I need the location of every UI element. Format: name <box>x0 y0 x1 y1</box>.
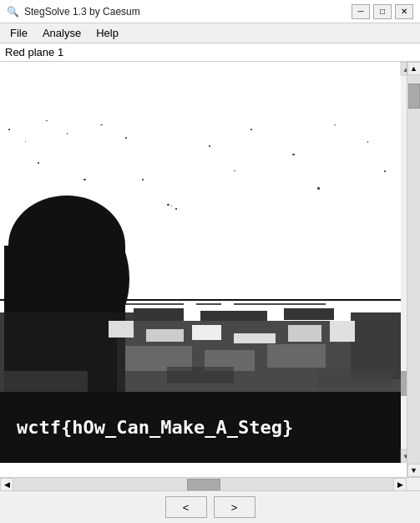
scroll-left-arrow[interactable]: ◀ <box>0 478 13 491</box>
hscroll-thumb[interactable] <box>187 479 220 490</box>
scroll-track[interactable] <box>407 75 420 464</box>
svg-rect-46 <box>4 371 88 392</box>
svg-rect-15 <box>384 170 386 172</box>
svg-rect-7 <box>167 204 170 206</box>
svg-rect-2 <box>25 141 26 142</box>
plane-status: Red plane 1 <box>0 43 420 62</box>
svg-rect-1 <box>8 129 10 130</box>
svg-point-25 <box>25 204 58 229</box>
menu-analyse[interactable]: Analyse <box>36 25 88 41</box>
maximize-button[interactable]: □ <box>373 4 392 19</box>
hidden-text: wctf{hOw_Can_Make_A_Steg} <box>17 417 293 438</box>
svg-rect-9 <box>171 206 172 206</box>
svg-rect-49 <box>401 62 407 463</box>
svg-rect-48 <box>317 369 392 388</box>
svg-rect-12 <box>292 154 295 155</box>
svg-rect-8 <box>175 208 177 210</box>
svg-rect-17 <box>209 145 210 147</box>
svg-rect-19 <box>83 179 86 180</box>
svg-rect-39 <box>234 333 276 343</box>
menu-help[interactable]: Help <box>89 25 125 41</box>
steg-image: wctf{hOw_Can_Make_A_Steg} ▲ ▼ <box>0 62 407 463</box>
svg-rect-34 <box>284 308 334 320</box>
scroll-thumb[interactable] <box>408 84 420 109</box>
svg-rect-4 <box>67 133 68 135</box>
svg-rect-52 <box>401 371 407 396</box>
prev-button[interactable]: < <box>165 496 207 518</box>
svg-text:▲: ▲ <box>402 66 407 74</box>
scroll-right-arrow[interactable]: ▶ <box>393 478 407 491</box>
title-text: 🔍 StegSolve 1.3 by Caesum <box>7 6 140 18</box>
app-icon: 🔍 <box>7 6 19 18</box>
svg-rect-41 <box>330 321 355 342</box>
canvas-container: wctf{hOw_Can_Make_A_Steg} ▲ ▼ <box>0 62 407 477</box>
svg-rect-13 <box>334 124 336 125</box>
svg-rect-40 <box>288 325 321 342</box>
bottom-area: ◀ ▶ < > <box>0 477 420 523</box>
menu-bar: File Analyse Help <box>0 23 420 43</box>
minimize-button[interactable]: ─ <box>352 4 370 19</box>
next-button[interactable]: > <box>214 496 256 518</box>
window-controls: ─ □ ✕ <box>352 4 413 19</box>
svg-rect-16 <box>317 187 320 190</box>
svg-rect-11 <box>250 129 252 130</box>
plane-label: Red plane 1 <box>5 46 63 58</box>
menu-file[interactable]: File <box>3 25 34 41</box>
hscroll-track[interactable] <box>13 478 393 490</box>
svg-rect-18 <box>234 170 235 171</box>
svg-rect-44 <box>267 344 326 368</box>
svg-rect-3 <box>46 120 48 121</box>
svg-rect-32 <box>134 308 184 321</box>
svg-rect-37 <box>146 329 184 342</box>
svg-rect-33 <box>200 311 267 321</box>
svg-text:▼: ▼ <box>402 453 407 460</box>
title-bar: 🔍 StegSolve 1.3 by Caesum ─ □ ✕ <box>0 0 420 23</box>
scroll-up-arrow[interactable]: ▲ <box>407 62 421 75</box>
app-title: StegSolve 1.3 by Caesum <box>24 6 140 18</box>
hscroll-corner <box>407 478 420 491</box>
main-area: wctf{hOw_Can_Make_A_Steg} ▲ ▼ ▲ ▼ <box>0 62 420 477</box>
close-button[interactable]: ✕ <box>395 4 413 19</box>
svg-rect-20 <box>38 162 39 164</box>
svg-rect-14 <box>367 141 368 143</box>
vertical-scrollbar[interactable]: ▲ ▼ <box>407 62 420 477</box>
svg-rect-36 <box>109 321 134 338</box>
nav-bar: < > <box>0 491 420 523</box>
svg-rect-10 <box>142 179 144 180</box>
svg-rect-5 <box>100 124 103 125</box>
horizontal-scrollbar[interactable]: ◀ ▶ <box>0 478 420 491</box>
svg-rect-47 <box>167 367 234 383</box>
svg-rect-38 <box>192 325 221 340</box>
scroll-down-arrow[interactable]: ▼ <box>407 464 421 477</box>
svg-rect-6 <box>125 137 127 139</box>
